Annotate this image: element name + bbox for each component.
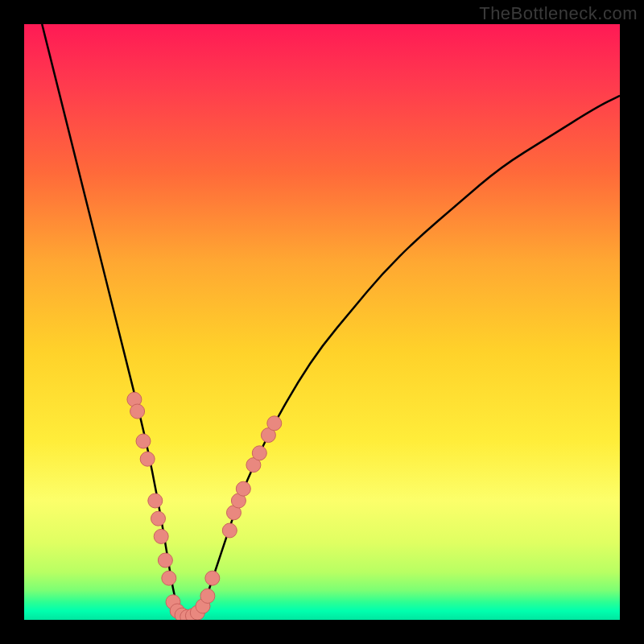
data-marker <box>158 553 172 568</box>
chart-outer-frame: TheBottleneck.com <box>0 0 644 644</box>
data-marker <box>252 446 266 460</box>
data-marker <box>154 529 168 543</box>
data-marker <box>140 452 155 466</box>
chart-plot-area <box>24 24 620 620</box>
chart-svg <box>24 24 620 620</box>
data-marker <box>151 511 166 526</box>
data-marker <box>136 434 151 448</box>
data-marker <box>148 493 163 508</box>
data-marker <box>130 404 145 419</box>
data-marker <box>205 571 220 585</box>
bottleneck-curve <box>42 24 620 620</box>
data-marker <box>200 588 215 603</box>
data-marker <box>222 523 237 538</box>
data-marker <box>162 571 176 585</box>
data-marker <box>267 416 282 431</box>
data-marker <box>236 481 250 496</box>
watermark-text: TheBottleneck.com <box>479 3 638 24</box>
data-markers <box>127 392 282 620</box>
